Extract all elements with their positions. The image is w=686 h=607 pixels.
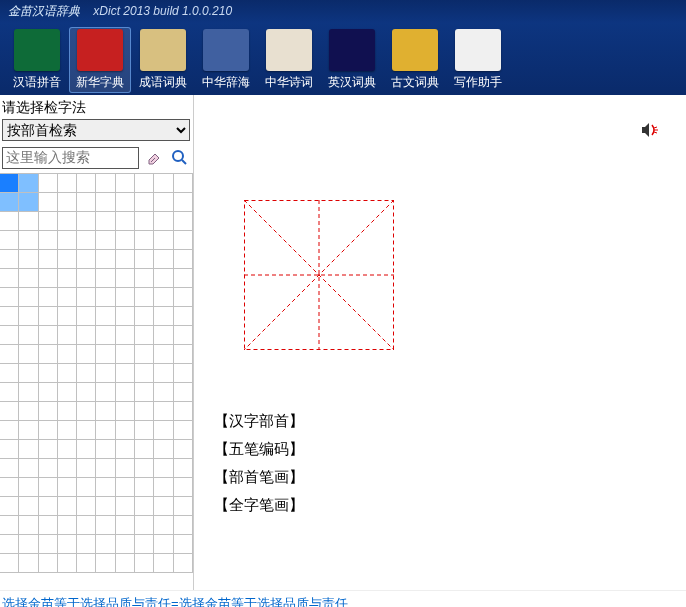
grid-cell[interactable] bbox=[174, 174, 193, 193]
grid-cell[interactable] bbox=[39, 516, 58, 535]
grid-cell[interactable] bbox=[19, 497, 38, 516]
grid-cell[interactable] bbox=[39, 459, 58, 478]
tool-eng[interactable]: 英汉词典 bbox=[321, 27, 383, 93]
grid-cell[interactable] bbox=[77, 478, 96, 497]
grid-cell[interactable] bbox=[58, 307, 77, 326]
grid-cell[interactable] bbox=[174, 459, 193, 478]
grid-cell[interactable] bbox=[58, 231, 77, 250]
grid-cell[interactable] bbox=[154, 554, 173, 573]
grid-cell[interactable] bbox=[58, 383, 77, 402]
grid-cell[interactable] bbox=[0, 478, 19, 497]
grid-cell[interactable] bbox=[58, 497, 77, 516]
grid-cell[interactable] bbox=[96, 421, 115, 440]
grid-cell[interactable] bbox=[174, 554, 193, 573]
grid-cell[interactable] bbox=[58, 554, 77, 573]
grid-cell[interactable] bbox=[0, 402, 19, 421]
grid-cell[interactable] bbox=[154, 345, 173, 364]
grid-cell[interactable] bbox=[58, 288, 77, 307]
grid-cell[interactable] bbox=[77, 212, 96, 231]
grid-cell[interactable] bbox=[77, 326, 96, 345]
grid-cell[interactable] bbox=[96, 231, 115, 250]
grid-cell[interactable] bbox=[77, 269, 96, 288]
grid-cell[interactable] bbox=[174, 383, 193, 402]
grid-cell[interactable] bbox=[116, 193, 135, 212]
grid-cell[interactable] bbox=[0, 421, 19, 440]
grid-cell[interactable] bbox=[58, 421, 77, 440]
grid-cell[interactable] bbox=[174, 364, 193, 383]
tool-xinhua[interactable]: 新华字典 bbox=[69, 27, 131, 93]
grid-cell[interactable] bbox=[58, 535, 77, 554]
grid-cell[interactable] bbox=[39, 497, 58, 516]
grid-cell[interactable] bbox=[39, 250, 58, 269]
grid-cell[interactable] bbox=[96, 497, 115, 516]
grid-cell[interactable] bbox=[58, 269, 77, 288]
grid-cell[interactable] bbox=[0, 383, 19, 402]
grid-cell[interactable] bbox=[135, 345, 154, 364]
grid-cell[interactable] bbox=[0, 535, 19, 554]
grid-cell[interactable] bbox=[116, 516, 135, 535]
grid-cell[interactable] bbox=[96, 535, 115, 554]
grid-cell[interactable] bbox=[135, 174, 154, 193]
grid-cell[interactable] bbox=[135, 364, 154, 383]
grid-cell[interactable] bbox=[116, 459, 135, 478]
grid-cell[interactable] bbox=[19, 307, 38, 326]
grid-cell[interactable] bbox=[96, 326, 115, 345]
grid-cell[interactable] bbox=[19, 535, 38, 554]
grid-cell[interactable] bbox=[135, 193, 154, 212]
grid-cell[interactable] bbox=[116, 554, 135, 573]
grid-cell[interactable] bbox=[174, 250, 193, 269]
grid-cell[interactable] bbox=[135, 250, 154, 269]
grid-cell[interactable] bbox=[96, 383, 115, 402]
grid-cell[interactable] bbox=[135, 554, 154, 573]
grid-cell[interactable] bbox=[96, 193, 115, 212]
grid-cell[interactable] bbox=[135, 440, 154, 459]
grid-cell[interactable] bbox=[19, 212, 38, 231]
grid-cell[interactable] bbox=[19, 269, 38, 288]
grid-cell[interactable] bbox=[135, 383, 154, 402]
grid-cell[interactable] bbox=[116, 478, 135, 497]
grid-cell[interactable] bbox=[39, 231, 58, 250]
grid-cell[interactable] bbox=[135, 402, 154, 421]
grid-cell[interactable] bbox=[19, 345, 38, 364]
grid-cell[interactable] bbox=[174, 402, 193, 421]
grid-cell[interactable] bbox=[39, 421, 58, 440]
grid-cell[interactable] bbox=[154, 326, 173, 345]
grid-cell[interactable] bbox=[58, 516, 77, 535]
grid-cell[interactable] bbox=[0, 516, 19, 535]
grid-cell[interactable] bbox=[77, 193, 96, 212]
grid-cell[interactable] bbox=[0, 174, 19, 193]
grid-cell[interactable] bbox=[77, 288, 96, 307]
grid-cell[interactable] bbox=[135, 212, 154, 231]
grid-cell[interactable] bbox=[96, 516, 115, 535]
grid-cell[interactable] bbox=[77, 364, 96, 383]
grid-cell[interactable] bbox=[39, 269, 58, 288]
grid-cell[interactable] bbox=[19, 459, 38, 478]
grid-cell[interactable] bbox=[135, 288, 154, 307]
eraser-icon[interactable] bbox=[143, 147, 165, 169]
grid-cell[interactable] bbox=[39, 364, 58, 383]
grid-cell[interactable] bbox=[154, 193, 173, 212]
grid-cell[interactable] bbox=[19, 383, 38, 402]
grid-cell[interactable] bbox=[135, 326, 154, 345]
grid-cell[interactable] bbox=[135, 535, 154, 554]
grid-cell[interactable] bbox=[174, 535, 193, 554]
grid-cell[interactable] bbox=[174, 478, 193, 497]
grid-cell[interactable] bbox=[0, 231, 19, 250]
grid-cell[interactable] bbox=[39, 383, 58, 402]
grid-cell[interactable] bbox=[116, 421, 135, 440]
grid-cell[interactable] bbox=[0, 250, 19, 269]
grid-cell[interactable] bbox=[96, 345, 115, 364]
grid-cell[interactable] bbox=[39, 478, 58, 497]
tool-cihai[interactable]: 中华辞海 bbox=[195, 27, 257, 93]
grid-cell[interactable] bbox=[39, 288, 58, 307]
grid-cell[interactable] bbox=[39, 535, 58, 554]
grid-cell[interactable] bbox=[58, 402, 77, 421]
grid-cell[interactable] bbox=[135, 516, 154, 535]
grid-cell[interactable] bbox=[77, 554, 96, 573]
grid-cell[interactable] bbox=[174, 345, 193, 364]
grid-cell[interactable] bbox=[135, 497, 154, 516]
grid-cell[interactable] bbox=[154, 535, 173, 554]
grid-cell[interactable] bbox=[154, 478, 173, 497]
speaker-icon[interactable] bbox=[640, 121, 660, 142]
grid-cell[interactable] bbox=[58, 250, 77, 269]
